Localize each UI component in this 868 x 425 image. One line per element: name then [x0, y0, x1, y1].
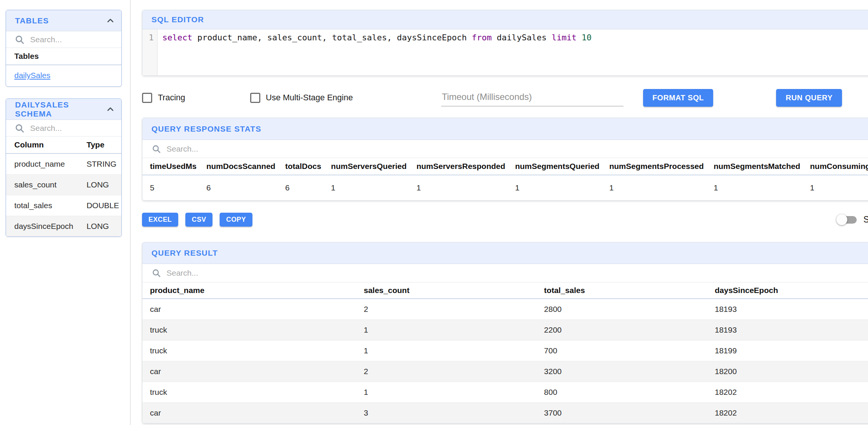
schema-cell: STRING — [78, 153, 121, 175]
result-cell: 18202 — [707, 382, 868, 403]
result-col-header[interactable]: total_sales — [536, 282, 707, 299]
sql-code-editor[interactable]: 1 select product_name, sales_count, tota… — [142, 29, 868, 75]
search-icon — [151, 144, 161, 154]
schema-search-input[interactable] — [29, 123, 122, 133]
sql-number: 10 — [582, 33, 592, 42]
stats-cell: 1 — [706, 175, 802, 200]
result-cell: 2 — [356, 299, 537, 320]
schema-cell: LONG — [78, 175, 121, 195]
stats-col-header[interactable]: numServersQueried — [324, 158, 409, 175]
multistage-checkbox-group: Use Multi-Stage Engine — [250, 93, 353, 103]
result-cell: 18193 — [707, 320, 868, 341]
sql-keyword: from — [472, 33, 492, 42]
stats-cell: 5 — [142, 175, 199, 200]
format-sql-button[interactable]: FORMAT SQL — [643, 89, 714, 107]
schema-cell: DOUBLE — [78, 195, 121, 216]
csv-button[interactable]: CSV — [185, 213, 212, 227]
run-query-button[interactable]: RUN QUERY — [776, 89, 842, 107]
copy-button[interactable]: COPY — [220, 213, 252, 227]
schema-search-row — [6, 120, 121, 137]
result-col-header[interactable]: sales_count — [356, 282, 537, 299]
schema-panel-header[interactable]: DAILYSALES SCHEMA — [6, 99, 121, 120]
tables-list-header[interactable]: Tables — [6, 48, 121, 65]
stats-col-header[interactable]: numSegmentsProcessed — [602, 158, 706, 175]
table-row: car 2 2800 18193 — [142, 299, 868, 320]
schema-col-header-column[interactable]: Column — [6, 137, 78, 153]
stats-col-header[interactable]: numDocsScanned — [199, 158, 278, 175]
tables-search-input[interactable] — [29, 35, 122, 44]
schema-cell: product_name — [6, 153, 78, 175]
stats-col-header[interactable]: timeUsedMs — [142, 158, 199, 175]
chevron-up-icon[interactable] — [105, 104, 115, 114]
result-cell: truck — [142, 382, 356, 403]
result-cell: 1 — [356, 382, 537, 403]
tables-panel: TABLES Tables dailySales — [6, 10, 122, 87]
stats-cell: 1 — [409, 175, 507, 200]
stats-col-header[interactable]: numConsumingSegmentsQueried — [802, 158, 868, 175]
stats-col-header[interactable]: numSegmentsMatched — [706, 158, 802, 175]
result-cell: car — [142, 299, 356, 320]
stats-col-header[interactable]: numServersResponded — [409, 158, 507, 175]
export-row: EXCEL CSV COPY Show JSON format — [142, 213, 868, 227]
stats-col-header[interactable]: totalDocs — [278, 158, 324, 175]
chevron-up-icon[interactable] — [105, 16, 115, 26]
line-number-gutter: 1 — [142, 29, 157, 75]
table-row: sales_count LONG — [6, 175, 121, 195]
result-cell: 18193 — [707, 299, 868, 320]
result-cell: truck — [142, 320, 356, 341]
schema-cell: total_sales — [6, 195, 78, 216]
result-cell: 3700 — [536, 403, 707, 423]
stats-cell: 1 — [324, 175, 409, 200]
schema-cell: sales_count — [6, 175, 78, 195]
sql-editor-header: SQL EDITOR ? — [142, 10, 868, 29]
table-row: car 2 3200 18200 — [142, 361, 868, 382]
sql-editor-card: SQL EDITOR ? 1 select product_name, sale… — [142, 10, 868, 76]
line-number: 1 — [149, 33, 154, 42]
schema-table: Column Type product_name STRING sales_co… — [6, 137, 121, 236]
sidebar: TABLES Tables dailySales DAILYSALES SCHE… — [0, 0, 131, 425]
result-cell: 2200 — [536, 320, 707, 341]
schema-col-header-type[interactable]: Type — [78, 137, 121, 153]
query-response-stats-card: QUERY RESPONSE STATS timeUsedMs numDocsS… — [142, 118, 868, 201]
result-cell: 3 — [356, 403, 537, 423]
stats-card-title: QUERY RESPONSE STATS — [151, 124, 261, 133]
toggle-thumb — [836, 214, 847, 225]
multistage-label[interactable]: Use Multi-Stage Engine — [266, 93, 353, 103]
stats-card-header[interactable]: QUERY RESPONSE STATS — [142, 118, 868, 140]
result-card-title: QUERY RESULT — [151, 249, 218, 258]
show-json-toggle[interactable] — [838, 216, 857, 224]
schema-panel-title: DAILYSALES SCHEMA — [15, 100, 105, 118]
result-cell: car — [142, 361, 356, 382]
tracing-label[interactable]: Tracing — [158, 93, 185, 103]
sql-keyword: select — [162, 33, 192, 42]
excel-button[interactable]: EXCEL — [142, 213, 178, 227]
timeout-input[interactable] — [441, 89, 623, 106]
result-cell: 2 — [356, 361, 537, 382]
stats-search-row — [142, 140, 868, 158]
stats-cell: 1 — [507, 175, 602, 200]
stats-cell: 1 — [802, 175, 868, 200]
stats-cell: 1 — [602, 175, 706, 200]
tracing-checkbox[interactable] — [142, 93, 152, 103]
main-content: SQL EDITOR ? 1 select product_name, sale… — [131, 0, 868, 425]
result-col-header[interactable]: daysSinceEpoch — [707, 282, 868, 299]
table-row: truck 1 700 18199 — [142, 341, 868, 361]
sql-text — [576, 33, 581, 42]
table-row: total_sales DOUBLE — [6, 195, 121, 216]
table-row: daysSinceEpoch LONG — [6, 216, 121, 237]
result-col-header[interactable]: product_name — [142, 282, 356, 299]
multistage-checkbox[interactable] — [250, 93, 260, 103]
result-card-header[interactable]: QUERY RESULT — [142, 242, 868, 264]
result-search-input[interactable] — [166, 268, 868, 278]
stats-search-input[interactable] — [166, 144, 868, 154]
table-row: truck 1 2200 18193 — [142, 320, 868, 341]
table-link-dailysales[interactable]: dailySales — [14, 71, 50, 80]
stats-col-header[interactable]: numSegmentsQueried — [507, 158, 602, 175]
sql-editor-title: SQL EDITOR — [151, 15, 204, 24]
search-icon — [14, 123, 25, 133]
show-json-toggle-label[interactable]: Show JSON format — [863, 215, 868, 225]
result-search-row — [142, 264, 868, 282]
schema-cell: LONG — [78, 216, 121, 237]
tables-panel-header[interactable]: TABLES — [6, 10, 121, 31]
result-cell: 18200 — [707, 361, 868, 382]
